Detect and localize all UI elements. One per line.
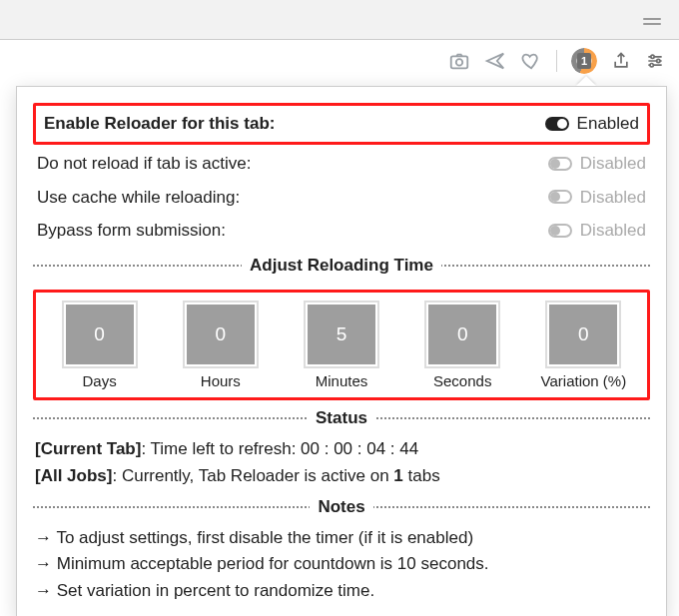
section-notes: Notes → To adjust settings, first disabl… [33,497,650,604]
svg-point-3 [657,59,660,62]
time-label: Variation (%) [528,372,639,389]
share-icon[interactable] [611,49,631,73]
time-cell-seconds: 0 Seconds [407,305,518,389]
option-no-reload-active[interactable]: Do not reload if tab is active: Disabled [33,147,650,181]
note-line: → Minimum acceptable period for countdow… [35,551,648,577]
send-icon[interactable] [484,49,506,73]
time-input-days[interactable]: 0 [66,305,134,364]
option-label: Use cache while reloading: [37,186,240,210]
time-input-minutes[interactable]: 5 [308,305,375,364]
section-legend: Status [308,408,375,428]
option-bypass-form[interactable]: Bypass form submission: Disabled [33,214,650,248]
section-legend: Notes [310,497,372,517]
toggle-switch[interactable] [548,190,572,204]
svg-point-4 [650,64,653,67]
time-label: Seconds [407,372,518,389]
note-line: → Set variation in percent to randomize … [35,578,648,604]
time-input-variation[interactable]: 0 [549,305,617,364]
heart-icon[interactable] [520,49,542,73]
extension-popover: Enable Reloader for this tab: Enabled Do… [16,86,667,616]
popover-arrow [576,76,596,86]
time-label: Minutes [286,372,396,389]
notification-count: 1 [577,53,591,69]
time-label: Hours [165,372,276,389]
option-label: Do not reload if tab is active: [37,152,252,176]
option-label: Enable Reloader for this tab: [44,112,275,136]
status-tab-count: 1 [393,466,402,485]
toggle-switch[interactable] [548,224,572,238]
status-time-left: 00 : 00 : 04 : 44 [301,439,418,458]
svg-point-1 [456,59,462,65]
menu-icon[interactable] [643,15,661,28]
toolbar-separator [556,50,557,72]
extension-badge[interactable]: 1 [571,48,597,74]
toggle-switch[interactable] [548,157,572,171]
time-cell-variation: 0 Variation (%) [528,305,639,389]
toggle-switch[interactable] [545,117,569,131]
time-inputs-group: 0 Days 0 Hours 5 Minutes 0 Seconds 0 Var… [33,290,650,400]
svg-rect-0 [451,56,468,68]
time-input-seconds[interactable]: 0 [428,305,496,364]
option-enable-reloader[interactable]: Enable Reloader for this tab: Enabled [33,103,650,145]
note-line: → To adjust settings, first disable the … [35,525,648,551]
settings-sliders-icon[interactable] [645,49,665,73]
svg-point-2 [651,55,654,58]
time-cell-minutes: 5 Minutes [286,305,396,389]
section-legend: Adjust Reloading Time [242,256,441,276]
section-status: Status [Current Tab]: Time left to refre… [33,408,650,489]
status-current-tab: [Current Tab]: Time left to refresh: 00 … [35,436,648,462]
section-adjust-time: Adjust Reloading Time 0 Days 0 Hours 5 M… [33,256,650,400]
time-input-hours[interactable]: 0 [187,305,255,364]
toggle-state: Disabled [580,219,646,243]
status-all-jobs: [All Jobs]: Currently, Tab Reloader is a… [35,463,648,489]
toggle-state: Disabled [580,152,646,176]
option-label: Bypass form submission: [37,219,226,243]
time-cell-days: 0 Days [44,305,155,389]
camera-icon[interactable] [448,49,470,73]
time-cell-hours: 0 Hours [165,305,276,389]
time-label: Days [44,372,155,389]
browser-top-bar [0,0,679,40]
toggle-state: Disabled [580,186,646,210]
option-use-cache[interactable]: Use cache while reloading: Disabled [33,181,650,215]
toggle-state: Enabled [577,112,639,136]
